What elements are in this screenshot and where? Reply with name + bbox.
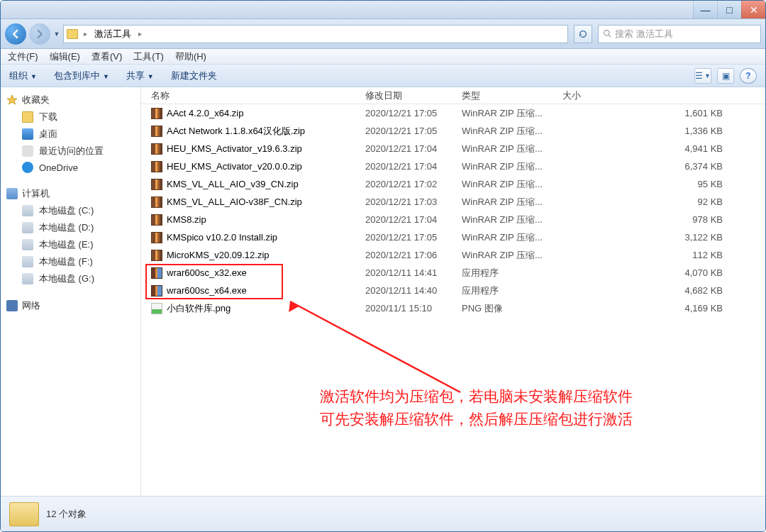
history-dropdown[interactable]: ▼ [53,23,60,45]
minimize-button[interactable]: — [693,1,717,18]
arrow-right-icon [35,29,45,39]
sidebar-computer[interactable]: 计算机 [6,185,140,202]
file-date: 2020/12/11 14:40 [365,285,462,296]
file-name: AAct 4.2.0_x64.zip [167,108,243,118]
back-button[interactable] [5,23,26,45]
view-mode-button[interactable]: ☰▼ [694,68,711,84]
refresh-button[interactable] [574,25,592,43]
sidebar-item-drive[interactable]: 本地磁盘 (D:) [6,219,140,236]
breadcrumb-folder[interactable]: 激活工具 [93,28,133,40]
file-date: 2020/12/21 17:05 [365,126,462,136]
file-row[interactable]: KMS_VL_ALL_AIO_v39_CN.zip2020/12/21 17:0… [141,175,765,193]
header-name[interactable]: 名称 [151,87,365,104]
new-folder-button[interactable]: 新建文件夹 [171,70,217,82]
file-row[interactable]: KMSpico v10.2.0 Install.zip2020/12/21 17… [141,228,765,246]
file-row[interactable]: HEU_KMS_Activator_v19.6.3.zip2020/12/21 … [141,140,765,157]
search-placeholder: 搜索 激活工具 [615,28,673,40]
breadcrumb-sep: ▸ [82,30,89,38]
exe-file-icon [151,267,162,279]
file-name: MicroKMS_v20.09.12.zip [167,250,270,260]
file-name: wrar600sc_x64.exe [167,285,247,296]
file-row[interactable]: wrar600sc_x64.exe2020/12/11 14:40应用程序4,6… [141,282,765,299]
zip-file-icon [151,179,162,190]
file-list-area: 名称 修改日期 类型 大小 AAct 4.2.0_x64.zip2020/12/… [141,87,765,496]
menu-file[interactable]: 文件(F) [8,50,38,63]
file-date: 2020/12/21 17:04 [365,161,462,172]
file-row[interactable]: AAct Network 1.1.8.x64汉化版.zip2020/12/21 … [141,122,765,140]
file-date: 2020/12/11 14:41 [365,267,462,278]
menu-bar: 文件(F) 编辑(E) 查看(V) 工具(T) 帮助(H) [1,49,765,65]
sidebar-item-drive[interactable]: 本地磁盘 (G:) [6,270,140,287]
file-name: AAct Network 1.1.8.x64汉化版.zip [167,125,305,138]
exe-file-icon [151,285,162,297]
content-area: 收藏夹 下载桌面最近访问的位置OneDrive 计算机 本地磁盘 (C:)本地磁… [1,87,765,496]
menu-tools[interactable]: 工具(T) [133,50,164,63]
sidebar-item[interactable]: OneDrive [6,160,140,175]
file-size: 112 KB [562,250,765,260]
file-type: WinRAR ZIP 压缩... [462,160,562,173]
sidebar-item[interactable]: 桌面 [6,126,140,143]
svg-line-1 [609,35,611,37]
sidebar-network[interactable]: 网络 [6,297,140,314]
file-type: PNG 图像 [462,302,562,315]
menu-help[interactable]: 帮助(H) [175,50,206,63]
preview-pane-button[interactable]: ▣ [717,68,734,84]
sidebar-item[interactable]: 下载 [6,109,140,126]
help-button[interactable]: ? [740,68,757,84]
file-type: 应用程序 [462,267,562,279]
file-type: WinRAR ZIP 压缩... [462,125,562,138]
file-size: 4,070 KB [562,267,765,278]
title-bar[interactable]: — □ ✕ [1,1,765,19]
file-row[interactable]: wrar600sc_x32.exe2020/12/11 14:41应用程序4,0… [141,264,765,282]
file-row[interactable]: MicroKMS_v20.09.12.zip2020/12/21 17:06Wi… [141,246,765,264]
arrow-left-icon [11,29,21,39]
file-row[interactable]: KMS8.zip2020/12/21 17:04WinRAR ZIP 压缩...… [141,211,765,228]
close-button[interactable]: ✕ [741,1,765,18]
sidebar-item-drive[interactable]: 本地磁盘 (E:) [6,236,140,253]
header-date[interactable]: 修改日期 [365,87,462,104]
file-date: 2020/12/21 17:04 [365,214,462,225]
file-type: WinRAR ZIP 压缩... [462,231,562,244]
drive-icon [22,222,33,233]
file-type: WinRAR ZIP 压缩... [462,196,562,209]
explorer-window: — □ ✕ ▼ ▸ 激活工具 ▸ 搜索 激活工具 文件(F) 编辑(E) 查看(… [0,0,766,532]
file-row[interactable]: 小白软件库.png2020/11/1 15:10PNG 图像4,169 KB [141,299,765,317]
file-name: KMS_VL_ALL_AIO-v38F_CN.zip [167,196,302,207]
file-type: WinRAR ZIP 压缩... [462,249,562,262]
file-date: 2020/12/21 17:04 [365,143,462,154]
folder-icon [67,29,78,39]
maximize-button[interactable]: □ [717,1,741,18]
address-bar[interactable]: ▸ 激活工具 ▸ [63,25,568,43]
navigation-pane: 收藏夹 下载桌面最近访问的位置OneDrive 计算机 本地磁盘 (C:)本地磁… [1,87,141,496]
sidebar-item-drive[interactable]: 本地磁盘 (F:) [6,253,140,270]
sidebar-favorites[interactable]: 收藏夹 [6,92,140,109]
status-bar: 12 个对象 [1,496,765,531]
menu-edit[interactable]: 编辑(E) [50,50,80,63]
zip-file-icon [151,232,162,243]
header-size[interactable]: 大小 [562,87,765,104]
file-size: 4,941 KB [562,143,765,154]
file-name: HEU_KMS_Activator_v19.6.3.zip [167,143,302,154]
menu-view[interactable]: 查看(V) [91,50,122,63]
file-size: 95 KB [562,179,765,189]
sidebar-item-drive[interactable]: 本地磁盘 (C:) [6,202,140,219]
file-row[interactable]: KMS_VL_ALL_AIO-v38F_CN.zip2020/12/21 17:… [141,193,765,211]
file-date: 2020/12/21 17:05 [365,232,462,243]
drive-icon [22,273,33,284]
organize-button[interactable]: 组织▼ [9,70,37,82]
file-row[interactable]: HEU_KMS_Activator_v20.0.0.zip2020/12/21 … [141,157,765,175]
file-type: WinRAR ZIP 压缩... [462,178,562,191]
header-type[interactable]: 类型 [462,87,562,104]
share-button[interactable]: 共享▼ [126,70,154,82]
file-size: 92 KB [562,196,765,207]
include-library-button[interactable]: 包含到库中▼ [54,70,109,82]
forward-button[interactable] [29,23,50,45]
file-date: 2020/12/21 17:05 [365,108,462,118]
sidebar-item[interactable]: 最近访问的位置 [6,143,140,160]
drive-icon [22,205,33,216]
file-name: wrar600sc_x32.exe [167,267,247,278]
file-date: 2020/12/21 17:06 [365,250,462,260]
search-input[interactable]: 搜索 激活工具 [598,25,761,43]
file-date: 2020/12/21 17:03 [365,196,462,207]
file-row[interactable]: AAct 4.2.0_x64.zip2020/12/21 17:05WinRAR… [141,104,765,122]
